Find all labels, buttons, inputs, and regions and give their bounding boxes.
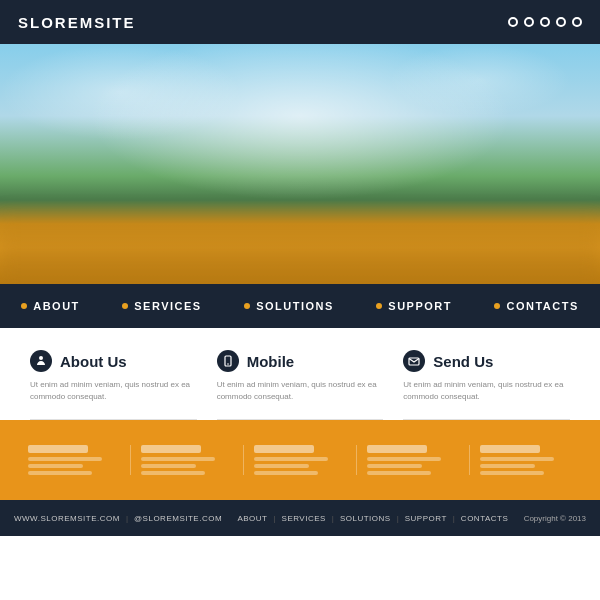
col-1-title: About Us <box>60 353 127 370</box>
col-3-text: Ut enim ad minim veniam, quis nostrud ex… <box>403 379 570 403</box>
dot-3[interactable] <box>540 17 550 27</box>
navbar: ABOUT SERVICES SOLUTIONS SUPPORT CONTACT… <box>0 284 600 328</box>
nav-label-support: SUPPORT <box>388 300 452 312</box>
nav-label-services: SERVICES <box>134 300 201 312</box>
nav-support[interactable]: SUPPORT <box>376 300 452 312</box>
divider-row <box>0 419 600 420</box>
mobile-icon <box>217 350 239 372</box>
content-col-3: Send Us Ut enim ad minim veniam, quis no… <box>403 350 570 403</box>
orange-lines-2 <box>141 457 233 475</box>
dot-1[interactable] <box>508 17 518 27</box>
orange-col-1 <box>18 445 130 475</box>
nav-services[interactable]: SERVICES <box>122 300 201 312</box>
orange-col-2 <box>130 445 243 475</box>
orange-sample-4 <box>367 445 427 453</box>
footer-nav-support[interactable]: SUPPORT <box>405 514 447 523</box>
orange-col-4 <box>356 445 469 475</box>
nav-dot-contacts <box>494 303 500 309</box>
nav-dot-support <box>376 303 382 309</box>
footer-nav: ABOUT | SERVICES | SOLUTIONS | SUPPORT |… <box>237 514 508 523</box>
orange-col-5 <box>469 445 582 475</box>
footer-left: WWW.SLOREMSITE.COM | @SLOREMSITE.COM <box>14 514 222 523</box>
footer-nav-contacts[interactable]: CONTACTS <box>461 514 508 523</box>
content-col-1: About Us Ut enim ad minim veniam, quis n… <box>30 350 217 403</box>
footer-nav-services[interactable]: SERVICES <box>282 514 326 523</box>
divider-2 <box>217 419 384 420</box>
nav-dot-services <box>122 303 128 309</box>
col-2-header: Mobile <box>217 350 384 372</box>
svg-point-0 <box>39 356 43 360</box>
col-2-title: Mobile <box>247 353 295 370</box>
orange-lines-4 <box>367 457 459 475</box>
col-1-text: Ut enim ad minim veniam, quis nostrud ex… <box>30 379 197 403</box>
col-3-header: Send Us <box>403 350 570 372</box>
dot-2[interactable] <box>524 17 534 27</box>
col-3-title: Send Us <box>433 353 493 370</box>
orange-lines-5 <box>480 457 572 475</box>
nav-contacts[interactable]: CONTACTS <box>494 300 578 312</box>
orange-lines-3 <box>254 457 346 475</box>
header: SLOREMSITE <box>0 0 600 44</box>
site-logo: SLOREMSITE <box>18 14 136 31</box>
footer-nav-about[interactable]: ABOUT <box>237 514 267 523</box>
hero-image <box>0 44 600 284</box>
content-col-2: Mobile Ut enim ad minim veniam, quis nos… <box>217 350 404 403</box>
footer-url[interactable]: WWW.SLOREMSITE.COM <box>14 514 120 523</box>
footer: WWW.SLOREMSITE.COM | @SLOREMSITE.COM ABO… <box>0 500 600 536</box>
divider-3 <box>403 419 570 420</box>
orange-lines-1 <box>28 457 120 475</box>
dot-4[interactable] <box>556 17 566 27</box>
col-1-header: About Us <box>30 350 197 372</box>
svg-point-2 <box>227 363 229 365</box>
orange-sample-1 <box>28 445 88 453</box>
nav-about[interactable]: ABOUT <box>21 300 80 312</box>
footer-social[interactable]: @SLOREMSITE.COM <box>134 514 222 523</box>
nav-label-solutions: SOLUTIONS <box>256 300 334 312</box>
nav-dot-solutions <box>244 303 250 309</box>
orange-section <box>0 420 600 500</box>
orange-sample-2 <box>141 445 201 453</box>
footer-copyright: Copyright © 2013 <box>524 514 586 523</box>
header-dots <box>508 17 582 27</box>
nav-label-about: ABOUT <box>33 300 80 312</box>
orange-col-3 <box>243 445 356 475</box>
about-icon <box>30 350 52 372</box>
mail-icon <box>403 350 425 372</box>
nav-dot-about <box>21 303 27 309</box>
divider-1 <box>30 419 197 420</box>
dot-5[interactable] <box>572 17 582 27</box>
col-2-text: Ut enim ad minim veniam, quis nostrud ex… <box>217 379 384 403</box>
nav-solutions[interactable]: SOLUTIONS <box>244 300 334 312</box>
nav-label-contacts: CONTACTS <box>506 300 578 312</box>
footer-nav-solutions[interactable]: SOLUTIONS <box>340 514 391 523</box>
content-section: About Us Ut enim ad minim veniam, quis n… <box>0 328 600 419</box>
orange-sample-3 <box>254 445 314 453</box>
orange-sample-5 <box>480 445 540 453</box>
